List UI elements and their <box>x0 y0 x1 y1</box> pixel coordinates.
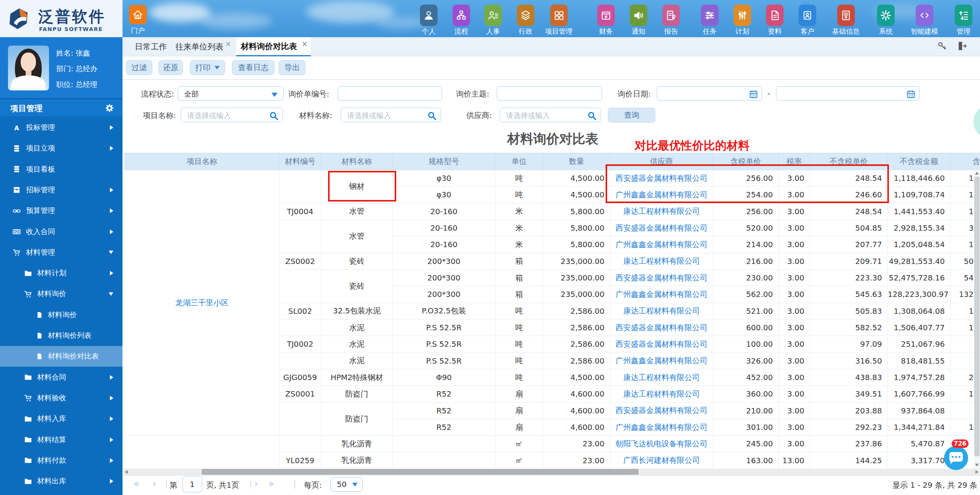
close-icon[interactable]: × <box>225 39 231 48</box>
calendar-icon[interactable] <box>749 89 758 100</box>
filter-input-询价单编号[interactable] <box>338 86 442 101</box>
search-icon[interactable] <box>427 111 437 122</box>
sidebar-item-项目立项[interactable]: 项目立项 <box>0 138 122 159</box>
key-icon[interactable] <box>937 41 947 51</box>
sidebar-item-材料计划[interactable]: 材料计划 <box>0 263 122 284</box>
filter-input-供应商[interactable]: 请选择或输入 <box>500 108 601 122</box>
supplier-link[interactable]: 西安盛器金属材料有限公司 <box>616 174 707 183</box>
portal-label[interactable]: 门户 <box>120 26 156 35</box>
column-header-不含税金额[interactable]: 不含税金额 <box>888 153 951 170</box>
filter-input-询价日期[interactable] <box>657 86 762 101</box>
supplier-link[interactable]: 广州鑫鑫金属材料有限公司 <box>616 240 707 249</box>
sidebar-item-材料合同[interactable]: 材料合同 <box>0 367 122 388</box>
sidebar-item-投标管理[interactable]: A投标管理 <box>0 117 122 138</box>
id-card-icon[interactable] <box>799 5 816 26</box>
supplier-link[interactable]: 广州鑫鑫金属材料有限公司 <box>616 356 707 365</box>
tab-日常工作[interactable]: 日常工作 <box>135 37 178 56</box>
sidebar-item-材料询价列表[interactable]: 材料询价列表 <box>0 325 122 346</box>
sidebar-item-材料验收[interactable]: 材料验收 <box>0 388 122 408</box>
doc-yen-icon[interactable]: ¥ <box>837 5 855 26</box>
tab-材料询价对比表[interactable]: 材料询价对比表× <box>236 37 311 56</box>
supplier-link[interactable]: 广州鑫鑫金属材料有限公司 <box>616 290 707 299</box>
sidebar-item-材料询价[interactable]: 材料询价 <box>0 284 122 304</box>
money-box-icon[interactable]: ¥ <box>597 5 615 26</box>
tab-往来单位列表[interactable]: 往来单位列表× <box>175 37 234 56</box>
supplier-link[interactable]: 康达工程材料有限公司 <box>623 207 700 216</box>
sidebar-item-材料询价对比表[interactable]: 材料询价对比表 <box>0 346 122 367</box>
filter-input-材料名称[interactable]: 请选择或输入 <box>341 108 441 122</box>
search-button[interactable]: 查询 <box>608 108 655 123</box>
column-header-材料编号[interactable]: 材料编号 <box>279 153 321 170</box>
horizontal-scrollbar[interactable] <box>123 469 980 475</box>
avatar[interactable] <box>8 46 49 90</box>
app-label[interactable]: 项目管理 <box>532 27 586 36</box>
supplier-link[interactable]: 康达工程材料有限公司 <box>623 256 700 266</box>
floating-help-button[interactable] <box>973 105 980 139</box>
supplier-link[interactable]: 康达工程材料有限公司 <box>623 306 700 315</box>
sidebar-item-材料管理[interactable]: 材料管理 <box>0 242 122 263</box>
person-icon[interactable] <box>420 5 438 26</box>
per-page-select[interactable]: 50 <box>330 477 363 492</box>
speaker-icon[interactable] <box>630 5 647 26</box>
column-header-含税单价[interactable]: 含税单价 <box>713 153 779 170</box>
sliders-v-icon[interactable] <box>733 5 751 26</box>
search-icon[interactable] <box>587 111 597 122</box>
filter-input-流程状态[interactable]: 全部 <box>178 86 284 101</box>
column-header-材料名称[interactable]: 材料名称 <box>321 153 393 170</box>
column-header-税率[interactable]: 税率 <box>779 153 810 170</box>
layers-icon[interactable] <box>517 5 534 26</box>
vertical-scrollbar[interactable] <box>974 170 980 469</box>
app-label[interactable]: 管理 <box>937 27 980 36</box>
list-arrows-icon[interactable] <box>955 5 972 26</box>
page-number-input[interactable]: 1 <box>182 476 202 492</box>
supplier-link[interactable]: 西安盛器金属材料有限公司 <box>616 323 707 332</box>
sidebar-item-预算管理[interactable]: 预算管理 <box>0 200 122 221</box>
supplier-link[interactable]: 广西长河建材有限公司 <box>623 456 700 465</box>
column-header-项目名称[interactable]: 项目名称 <box>125 153 279 170</box>
sidebar-item-材料付款[interactable]: 材料付款 <box>0 450 122 471</box>
sidebar-item-材料询价[interactable]: 材料询价 <box>0 305 122 325</box>
supplier-link[interactable]: 西安盛器金属材料有限公司 <box>616 273 707 282</box>
column-header-供应商[interactable]: 供应商 <box>610 153 713 170</box>
person-list-icon[interactable] <box>484 5 502 26</box>
column-header-含税金额[interactable]: 含税金额 <box>951 153 980 170</box>
logout-icon[interactable] <box>957 41 967 51</box>
sidebar-item-材料出库[interactable]: 材料出库 <box>0 471 122 492</box>
chat-widget-icon[interactable]: 726 <box>944 446 968 470</box>
code-icon[interactable] <box>916 5 933 26</box>
prev-page-button[interactable]: ‹ <box>153 479 157 489</box>
project-name-link[interactable]: 龙湖三千里小区 <box>175 298 229 307</box>
last-page-button[interactable]: » <box>268 479 274 489</box>
supplier-link[interactable]: 广州鑫鑫金属材料有限公司 <box>616 423 707 432</box>
filter-input-项目名称[interactable]: 请选择或输入 <box>181 108 283 122</box>
gear-icon[interactable] <box>877 5 895 26</box>
grid-icon[interactable] <box>550 5 568 26</box>
first-page-button[interactable]: « <box>134 479 139 489</box>
portal-home-icon[interactable] <box>129 5 147 24</box>
toolbar-button-过滤[interactable]: 过滤 <box>126 60 152 75</box>
toolbar-button-打印[interactable]: 打印 <box>190 60 225 75</box>
supplier-link[interactable]: 西安盛器金属材料有限公司 <box>616 223 707 233</box>
supplier-link[interactable]: 朝阳飞达机电设备有限公司 <box>616 439 707 448</box>
report-icon[interactable] <box>662 5 680 26</box>
supplier-link[interactable]: 康达工程材料有限公司 <box>623 373 700 382</box>
settings-gear-icon[interactable] <box>105 103 114 113</box>
flow-icon[interactable] <box>452 5 470 26</box>
column-header-数量[interactable]: 数量 <box>543 153 610 170</box>
column-header-规格型号[interactable]: 规格型号 <box>393 153 495 170</box>
close-icon[interactable]: × <box>302 39 308 48</box>
supplier-link[interactable]: 广州鑫鑫金属材料有限公司 <box>616 190 707 199</box>
filter-input-询价主题[interactable] <box>497 86 602 101</box>
sidebar-item-材料入库[interactable]: 材料入库 <box>0 408 122 429</box>
sidebar-item-招标管理[interactable]: 招标管理 <box>0 180 122 200</box>
column-header-单位[interactable]: 单位 <box>495 153 543 170</box>
next-page-button[interactable]: › <box>254 479 258 489</box>
supplier-link[interactable]: 西安盛器金属材料有限公司 <box>616 339 707 349</box>
search-icon[interactable] <box>269 111 279 122</box>
supplier-link[interactable]: 康达工程材料有限公司 <box>623 389 700 398</box>
supplier-link[interactable]: 西安盛器金属材料有限公司 <box>616 406 707 415</box>
column-header-不含税单价[interactable]: 不含税单价 <box>810 153 888 170</box>
sidebar-item-收入合同[interactable]: 收入合同 <box>0 221 122 242</box>
sidebar-item-项目看板[interactable]: 项目看板 <box>0 159 122 180</box>
toolbar-button-导出[interactable]: 导出 <box>279 60 305 75</box>
